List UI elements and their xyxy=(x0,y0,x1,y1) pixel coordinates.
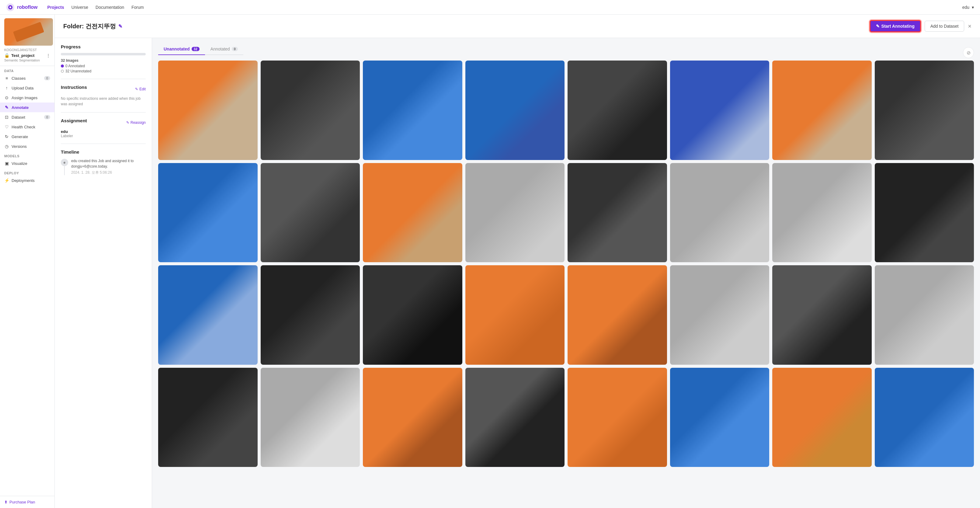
upload-label: Upload Data xyxy=(11,86,33,90)
logo[interactable]: roboflow xyxy=(6,3,38,11)
image-cell[interactable] xyxy=(261,61,360,160)
tab-unannotated[interactable]: Unannotated 32 xyxy=(158,44,205,55)
sidebar-item-health-check[interactable]: ♡ Health Check xyxy=(0,122,54,132)
sidebar-item-upload-data[interactable]: ↑ Upload Data xyxy=(0,83,54,93)
purchase-plan-button[interactable]: ⬆ Purchase Plan xyxy=(4,500,50,504)
sidebar-item-versions[interactable]: ◷ Versions xyxy=(0,142,54,151)
purchase-icon: ⬆ xyxy=(4,500,8,504)
add-to-dataset-button[interactable]: Add to Dataset xyxy=(924,21,964,32)
progress-bar-wrap xyxy=(61,53,146,55)
image-thumbnail xyxy=(875,368,974,467)
annotate-btn-icon: ✎ xyxy=(876,24,880,29)
classes-icon: ≡ xyxy=(4,76,9,81)
folder-edit-icon[interactable]: ✎ xyxy=(118,24,122,29)
dataset-badge: 0 xyxy=(44,115,50,119)
topnav: roboflow Projects Universe Documentation… xyxy=(0,0,980,14)
image-cell[interactable] xyxy=(465,61,565,160)
unannotated-dot xyxy=(61,70,64,73)
instructions-title: Instructions xyxy=(61,84,87,90)
image-cell[interactable] xyxy=(772,265,872,365)
visualize-label: Visualize xyxy=(11,161,27,166)
folder-header: Folder: 건전지뚜껑 ✎ ✎ Start Annotating Add t… xyxy=(55,14,980,38)
close-button[interactable]: × xyxy=(968,23,972,30)
sidebar-item-generate[interactable]: ↻ Generate xyxy=(0,132,54,142)
image-cell[interactable] xyxy=(772,368,872,467)
sidebar-item-annotate[interactable]: ✎ Annotate xyxy=(0,102,54,112)
sidebar-item-dataset[interactable]: ⊡ Dataset 0 xyxy=(0,112,54,122)
roboflow-logo-icon xyxy=(6,3,14,11)
image-cell[interactable] xyxy=(261,265,360,365)
tab-annotated[interactable]: Annotated 0 xyxy=(205,44,243,55)
image-cell[interactable] xyxy=(363,61,462,160)
image-cell[interactable] xyxy=(568,265,667,365)
image-cell[interactable] xyxy=(261,368,360,467)
versions-icon: ◷ xyxy=(4,144,9,149)
dataset-label: Dataset xyxy=(11,115,25,119)
image-cell[interactable] xyxy=(261,163,360,263)
workspace-label: KOGONGJANGTEST xyxy=(4,48,50,52)
nav-documentation[interactable]: Documentation xyxy=(95,5,124,10)
image-thumbnail xyxy=(670,163,770,263)
image-thumbnail xyxy=(363,368,462,467)
image-cell[interactable] xyxy=(363,265,462,365)
sidebar-item-deployments[interactable]: ⚡ Deployments xyxy=(0,175,54,185)
sidebar-bottom: ⬆ Purchase Plan xyxy=(0,496,54,508)
annotated-tab-label: Annotated xyxy=(210,46,230,51)
image-cell[interactable] xyxy=(875,368,974,467)
classes-badge: 0 xyxy=(44,76,50,80)
timeline-item: e edu created this Job and assigned it t… xyxy=(61,158,146,175)
image-thumbnail xyxy=(261,265,360,365)
image-thumbnail xyxy=(772,61,872,160)
image-cell[interactable] xyxy=(465,265,565,365)
edit-link[interactable]: ✎ Edit xyxy=(135,87,146,91)
image-thumbnail xyxy=(568,265,667,365)
annotated-row: 0 Annotated xyxy=(61,64,146,68)
image-cell[interactable] xyxy=(772,61,872,160)
image-cell[interactable] xyxy=(158,368,258,467)
lock-icon: 🔒 xyxy=(4,53,10,58)
filter-button[interactable]: ⊘ xyxy=(963,47,974,58)
image-cell[interactable] xyxy=(772,163,872,263)
assign-icon: ⊙ xyxy=(4,95,9,100)
project-name: Test_project xyxy=(11,53,34,58)
image-cell[interactable] xyxy=(363,163,462,263)
image-cell[interactable] xyxy=(875,265,974,365)
folder-title-text: Folder: 건전지뚜껑 xyxy=(63,22,116,30)
section-deploy-label: Deploy xyxy=(0,168,54,175)
user-menu[interactable]: edu ▾ xyxy=(963,5,974,10)
image-thumbnail xyxy=(363,265,462,365)
divider-2 xyxy=(61,112,146,113)
image-cell[interactable] xyxy=(465,163,565,263)
project-more-icon[interactable]: ⋮ xyxy=(46,53,50,58)
image-thumbnail xyxy=(568,368,667,467)
reassign-link[interactable]: ✎ Reassign xyxy=(126,121,146,125)
image-cell[interactable] xyxy=(670,163,770,263)
start-annotating-label: Start Annotating xyxy=(881,24,915,29)
image-cell[interactable] xyxy=(158,61,258,160)
sidebar-item-assign-images[interactable]: ⊙ Assign Images xyxy=(0,93,54,102)
assignment-header: Assignment ✎ Reassign xyxy=(61,118,146,127)
image-cell[interactable] xyxy=(465,368,565,467)
timeline-content: edu created this Job and assigned it to … xyxy=(71,158,146,175)
sidebar-section-data: Data ≡ Classes 0 ↑ Upload Data ⊙ Assign … xyxy=(0,66,54,151)
image-cell[interactable] xyxy=(158,265,258,365)
nav-universe[interactable]: Universe xyxy=(72,5,88,10)
image-thumbnail xyxy=(261,61,360,160)
image-thumbnail xyxy=(465,265,565,365)
image-cell[interactable] xyxy=(568,163,667,263)
image-cell[interactable] xyxy=(568,368,667,467)
image-cell[interactable] xyxy=(670,265,770,365)
start-annotating-button[interactable]: ✎ Start Annotating xyxy=(870,20,921,32)
image-cell[interactable] xyxy=(875,61,974,160)
image-cell[interactable] xyxy=(875,163,974,263)
nav-forum[interactable]: Forum xyxy=(131,5,143,10)
sidebar-item-visualize[interactable]: ▣ Visualize xyxy=(0,158,54,168)
sidebar-item-classes[interactable]: ≡ Classes 0 xyxy=(0,73,54,83)
instructions-text: No specific instructions were added when… xyxy=(61,96,146,107)
image-cell[interactable] xyxy=(670,368,770,467)
image-cell[interactable] xyxy=(568,61,667,160)
image-cell[interactable] xyxy=(670,61,770,160)
image-cell[interactable] xyxy=(158,163,258,263)
image-cell[interactable] xyxy=(363,368,462,467)
nav-projects[interactable]: Projects xyxy=(48,5,64,10)
